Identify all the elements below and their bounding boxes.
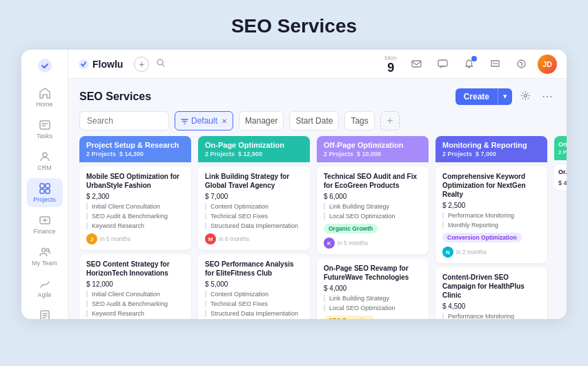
filter-clear-icon[interactable]: ✕	[222, 117, 227, 125]
start-date-filter[interactable]: Start Date	[289, 111, 339, 131]
svg-rect-4	[46, 184, 50, 188]
card-title: Comprehensive Keyword Optimization for N…	[442, 172, 540, 199]
topbar-search-icon[interactable]	[156, 58, 166, 70]
kanban-card[interactable]: Content-Driven SEO Campaign for HealthPl…	[435, 267, 547, 319]
col4-meta: 2 Projects $ 7,000	[442, 151, 540, 157]
tags-filter[interactable]: Tags	[344, 111, 374, 131]
topbar-logo: Flowlu	[78, 59, 123, 70]
card-title: Mobile SEO Optimization for UrbanStyle F…	[86, 172, 184, 190]
svg-point-18	[493, 63, 494, 64]
svg-point-19	[494, 63, 496, 64]
card-amount: $ 4,000	[324, 285, 422, 292]
sidebar-item-projects[interactable]: Projects	[27, 178, 63, 207]
kanban-card[interactable]: Link Building Strategy for Global Travel…	[198, 166, 310, 250]
column-header-1: Project Setup & Research 2 Projects $ 14…	[79, 136, 191, 162]
sidebar-item-finance[interactable]: Finance	[27, 210, 63, 239]
card-task: SEO Audit & Benchmarking	[86, 300, 184, 307]
sidebar-item-crm[interactable]: CRM	[27, 146, 63, 175]
sidebar-crm-label: CRM	[37, 164, 52, 171]
svg-rect-6	[46, 189, 50, 193]
topbar-mail-button[interactable]	[406, 55, 426, 74]
card-amount: $ 5,000	[205, 280, 303, 288]
topbar: Flowlu + Mon 9	[68, 50, 567, 79]
app-window: Home Tasks CRM Projects Finance My Team …	[21, 50, 567, 319]
filters-bar: Default ✕ Manager Start Date Tags +	[68, 111, 567, 136]
svg-point-14	[79, 59, 88, 69]
sidebar-finance-label: Finance	[33, 228, 55, 235]
kanban-card[interactable]: Comprehensive Keyword Optimization for N…	[435, 166, 547, 263]
card-task: Initial Client Consultation	[86, 203, 184, 210]
card-amount: $ 4...	[558, 180, 567, 186]
card-badge: Organic Growth	[324, 224, 378, 233]
card-footer: N in 2 months	[442, 247, 540, 258]
card-task: Content Optimization	[205, 291, 303, 298]
sidebar-item-home[interactable]: Home	[27, 83, 63, 112]
card-time: in 5 months	[337, 240, 368, 247]
topbar-message-button[interactable]	[485, 55, 504, 74]
add-filter-button[interactable]: +	[380, 111, 400, 131]
col3-meta: 2 Projects $ 10,000	[324, 151, 422, 157]
svg-point-2	[43, 153, 47, 157]
card-task: SEO Audit & Benchmarking	[86, 213, 184, 220]
sidebar-item-agile[interactable]: Agile	[27, 273, 63, 302]
filter-button[interactable]: Default ✕	[175, 111, 233, 131]
column-header-3: Off-Page Optimization 2 Projects $ 10,00…	[317, 136, 429, 162]
create-dropdown-button[interactable]: ▾	[498, 88, 512, 105]
kanban-column-1: Project Setup & Research 2 Projects $ 14…	[79, 136, 191, 314]
card-avatar: K	[324, 238, 335, 249]
sidebar-projects-label: Projects	[33, 196, 56, 203]
kanban-card[interactable]: SEO Content Strategy for HorizonTech Inn…	[79, 254, 191, 319]
topbar-chat-button[interactable]	[433, 55, 452, 74]
card-footer: J in 5 months	[86, 233, 184, 244]
svg-rect-16	[412, 61, 421, 67]
kanban-card[interactable]: Technical SEO Audit and Fix for EcoGreen…	[317, 166, 429, 254]
card-amount: $ 4,500	[442, 302, 540, 310]
card-task: Link Building Strategy	[324, 295, 422, 302]
sidebar-myteam-label: My Team	[32, 260, 57, 267]
sidebar-item-tasks[interactable]: Tasks	[27, 115, 63, 144]
col1-title: Project Setup & Research	[86, 141, 184, 149]
kanban-card[interactable]: SEO Performance Analysis for EliteFitnes…	[198, 254, 310, 319]
svg-rect-17	[438, 60, 447, 66]
card-avatar: N	[442, 247, 453, 258]
card-task: Performance Monitoring	[442, 212, 540, 219]
sidebar: Home Tasks CRM Projects Finance My Team …	[21, 50, 68, 319]
more-options-button[interactable]: ⋯	[539, 87, 556, 106]
card-title: SEO Content Strategy for HorizonTech Inn…	[86, 260, 184, 278]
col2-meta: 2 Projects $ 12,900	[205, 151, 303, 157]
svg-point-22	[521, 66, 522, 67]
topbar-bell-button[interactable]	[459, 55, 478, 74]
kanban-card[interactable]: On-Page SEO Revamp for FutureWave Techno…	[317, 258, 429, 319]
kanban-card[interactable]: Mobile SEO Optimization for UrbanStyle F…	[79, 166, 191, 250]
card-task: Keyword Research	[86, 222, 184, 229]
main-content: Flowlu + Mon 9	[68, 50, 567, 319]
sidebar-item-knowledge[interactable]: Knowledge Base	[27, 305, 63, 319]
search-input[interactable]	[79, 111, 169, 131]
sidebar-item-myteam[interactable]: My Team	[27, 242, 63, 271]
create-button[interactable]: Create	[455, 88, 498, 105]
sidebar-tasks-label: Tasks	[37, 133, 52, 139]
topbar-logo-text: Flowlu	[92, 59, 123, 70]
col4-title: Monitoring & Reporting	[442, 141, 540, 149]
kanban-card[interactable]: Or... $ 4...	[554, 164, 567, 191]
manager-filter[interactable]: Manager	[239, 111, 284, 131]
col5-meta: 2 P	[558, 149, 567, 155]
settings-button[interactable]	[518, 88, 533, 106]
card-amount: $ 2,500	[442, 202, 540, 209]
card-badge: SEO Reporting	[324, 316, 375, 319]
sidebar-agile-label: Agile	[37, 291, 51, 298]
column-header-2: On-Page Optimization 2 Projects $ 12,900	[198, 136, 310, 162]
card-task: Technical SEO Fixes	[205, 300, 303, 307]
filter-default-label: Default	[191, 116, 217, 126]
avatar[interactable]: JD	[538, 55, 557, 74]
col1-meta: 2 Projects $ 14,300	[86, 151, 184, 157]
col5-title: On...	[558, 141, 567, 148]
topbar-help-button[interactable]	[511, 55, 531, 74]
topbar-add-button[interactable]: +	[134, 57, 149, 72]
column-header-5: On... 2 P	[554, 136, 567, 160]
card-footer: K in 5 months	[324, 238, 422, 249]
svg-point-15	[157, 59, 163, 65]
kanban-column-2: On-Page Optimization 2 Projects $ 12,900…	[198, 136, 310, 314]
topbar-day: Mon	[384, 55, 397, 61]
svg-point-23	[525, 94, 527, 97]
